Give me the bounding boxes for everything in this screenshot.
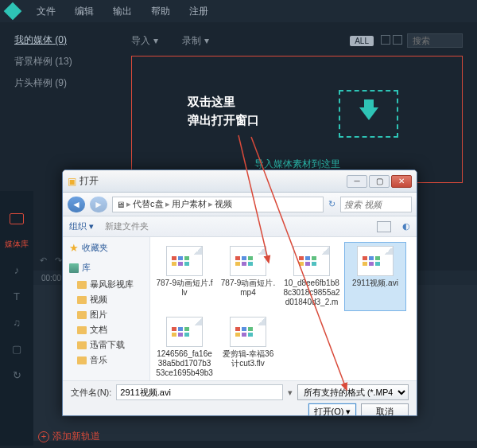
hint-text: 双击这里 弹出打开窗口: [188, 93, 259, 129]
view-mode-icons[interactable]: [378, 33, 402, 48]
import-dropdown[interactable]: 导入 ▾: [131, 34, 158, 48]
breadcrumb[interactable]: 🖥 ▸代替c盘 ▸用户素材 ▸视频: [112, 197, 324, 212]
file-item[interactable]: 787-9动画短片.flv: [153, 242, 215, 311]
minimize-button[interactable]: ─: [347, 175, 367, 188]
open-file-dialog: ▣ 打开 ─ ▢ ✕ ◄ ► 🖥 ▸代替c盘 ▸用户素材 ▸视频 ↻ 组织 ▾ …: [62, 169, 417, 416]
computer-icon: 🖥: [116, 200, 125, 209]
filename-dropdown-icon[interactable]: ▾: [288, 388, 293, 398]
tool-column: 媒体库 ♪ T ♫ ▢ ↻: [0, 191, 33, 446]
file-thumb-icon: [293, 246, 330, 276]
organize-dropdown[interactable]: 组织 ▾: [69, 220, 94, 232]
menu-export[interactable]: 输出: [105, 2, 140, 21]
folder-icon: [77, 281, 87, 289]
app-logo-icon: [4, 2, 22, 21]
undo-icon[interactable]: ↶: [40, 255, 47, 266]
file-item[interactable]: 10_d8ee6fb1b88c3018c9855a2d01840d3_2.mp4: [281, 242, 343, 311]
record-dropdown[interactable]: 录制 ▾: [182, 34, 209, 48]
folder-icon: [77, 341, 87, 349]
favorites-section[interactable]: ★收藏夹: [69, 242, 143, 254]
tree-item-music[interactable]: 音乐: [77, 354, 143, 366]
dialog-footer: 文件名(N): ▾ 所有支持的格式 (*.MP4;*.FLV;* 打开(O) ▾…: [63, 380, 417, 415]
file-name: 787-9动画短片.flv: [156, 279, 213, 298]
menu-edit[interactable]: 编辑: [67, 2, 102, 21]
menu-register[interactable]: 注册: [181, 2, 216, 21]
tool-icon-5[interactable]: ↻: [13, 369, 21, 381]
sidebar-item-my-media[interactable]: 我的媒体 (0): [14, 33, 117, 47]
file-filter-select[interactable]: 所有支持的格式 (*.MP4;*.FLV;*: [297, 384, 409, 400]
dialog-nav-bar: ◄ ► 🖥 ▸代替c盘 ▸用户素材 ▸视频 ↻: [63, 193, 417, 216]
dialog-search-input[interactable]: [340, 197, 412, 212]
chevron-down-icon: ▾: [204, 35, 209, 46]
file-name: 1246566_fa16e38a5bd1707b353ce1695b49b319…: [156, 349, 213, 378]
folder-icon: [77, 326, 87, 334]
music-tool-icon[interactable]: ♪: [14, 264, 20, 276]
file-thumb-icon: [166, 246, 203, 276]
tree-item-pictures[interactable]: 图片: [77, 309, 143, 321]
chevron-down-icon: ▾: [153, 35, 158, 46]
star-icon: ★: [69, 242, 79, 254]
nav-forward-button[interactable]: ►: [90, 197, 107, 212]
add-track-button[interactable]: + 添加新轨道: [38, 430, 100, 443]
filename-label: 文件名(N):: [71, 387, 111, 399]
menu-bar: 文件 编辑 输出 帮助 注册: [0, 0, 477, 22]
open-button[interactable]: 打开(O) ▾: [308, 403, 356, 416]
file-item[interactable]: 1246566_fa16e38a5bd1707b353ce1695b49b319…: [153, 313, 215, 380]
menu-file[interactable]: 文件: [29, 2, 64, 21]
file-thumb-icon: [230, 317, 266, 347]
cancel-button[interactable]: 取消: [361, 403, 409, 416]
import-toolbar: 导入 ▾ 录制 ▾ ALL: [131, 30, 463, 51]
filter-all[interactable]: ALL: [350, 36, 374, 46]
file-thumb-icon: [166, 317, 203, 347]
folder-icon: [77, 296, 87, 304]
tree-item-documents[interactable]: 文档: [77, 324, 143, 336]
file-name: 787-9动画短片.mp4: [219, 279, 277, 298]
dialog-titlebar[interactable]: ▣ 打开 ─ ▢ ✕: [63, 170, 417, 193]
plus-circle-icon: +: [38, 431, 49, 442]
dialog-toolbar: 组织 ▾ 新建文件夹 ◐: [63, 216, 417, 237]
help-icon[interactable]: ◐: [402, 221, 410, 232]
maximize-button[interactable]: ▢: [369, 175, 390, 188]
library-section[interactable]: 库: [69, 262, 143, 274]
library-icon: [69, 263, 79, 273]
media-search-input[interactable]: [407, 33, 463, 48]
tree-item-video[interactable]: 视频: [77, 294, 143, 306]
view-options-icon[interactable]: [377, 221, 391, 232]
drop-target-icon: [339, 90, 398, 138]
folder-icon: [77, 356, 87, 364]
download-arrow-icon: [359, 107, 378, 120]
menu-help[interactable]: 帮助: [143, 2, 178, 21]
dialog-title: 打开: [80, 174, 99, 188]
sidebar-item-titles[interactable]: 片头样例 (9): [14, 76, 117, 90]
tree-item-thunder[interactable]: 迅雷下载: [77, 339, 143, 351]
folder-tree: ★收藏夹 库 暴风影视库 视频 图片 文档 迅雷下载 音乐: [63, 237, 150, 380]
media-library-icon[interactable]: [10, 213, 24, 224]
tree-item-storm[interactable]: 暴风影视库: [77, 279, 143, 290]
media-library-label: 媒体库: [5, 239, 29, 250]
overlay-tool-icon[interactable]: ▢: [12, 343, 21, 355]
file-item[interactable]: 2911视频.avi: [344, 242, 406, 311]
redo-icon[interactable]: ↷: [55, 255, 62, 266]
media-drop-zone[interactable]: 双击这里 弹出打开窗口 导入媒体素材到这里: [131, 56, 463, 183]
file-name: 10_d8ee6fb1b88c3018c9855a2d01840d3_2.mp4: [283, 279, 340, 307]
file-thumb-icon: [230, 246, 266, 276]
file-name: 2911视频.avi: [347, 279, 404, 288]
folder-icon: [77, 311, 87, 319]
file-item[interactable]: 爱剪辑-幸福36计cut3.flv: [217, 313, 279, 380]
file-list: 787-9动画短片.flv787-9动画短片.mp410_d8ee6fb1b88…: [150, 237, 417, 380]
close-button[interactable]: ✕: [391, 175, 412, 188]
nav-back-button[interactable]: ◄: [68, 197, 85, 212]
media-sidebar: 我的媒体 (0) 背景样例 (13) 片头样例 (9): [0, 22, 131, 189]
sidebar-item-backgrounds[interactable]: 背景样例 (13): [14, 55, 117, 68]
text-tool-icon[interactable]: T: [14, 290, 20, 302]
file-item[interactable]: 787-9动画短片.mp4: [217, 242, 279, 311]
refresh-icon[interactable]: ↻: [328, 199, 335, 209]
filename-input[interactable]: [116, 384, 283, 400]
folder-icon: ▣: [68, 176, 76, 187]
file-name: 爱剪辑-幸福36计cut3.flv: [219, 349, 277, 368]
file-thumb-icon: [357, 246, 394, 276]
new-folder-button[interactable]: 新建文件夹: [105, 220, 149, 232]
audio-tool-icon[interactable]: ♫: [13, 317, 21, 329]
